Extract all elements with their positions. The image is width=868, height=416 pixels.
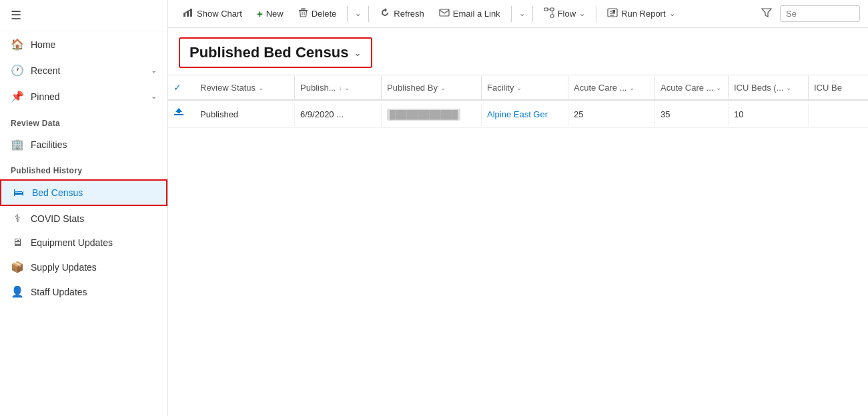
run-report-button[interactable]: Run Report ⌄ bbox=[600, 3, 681, 24]
filter-icon[interactable] bbox=[761, 9, 772, 20]
col-acute1-label: Acute Care ... bbox=[574, 83, 626, 93]
row-review-status: Published bbox=[195, 103, 295, 126]
flow-icon bbox=[544, 7, 554, 20]
col-publish-dropdown[interactable]: ⌄ bbox=[344, 84, 350, 91]
toolbar-chevron-2[interactable]: ⌄ bbox=[516, 5, 528, 22]
row-upload-icon bbox=[173, 107, 184, 121]
equipment-icon: 🖥 bbox=[11, 237, 24, 249]
row-publish-date: 6/9/2020 ... bbox=[295, 103, 382, 126]
sidebar-item-staff-updates[interactable]: 👤 Staff Updates bbox=[0, 279, 167, 304]
col-header-facility[interactable]: Facility ⌄ bbox=[482, 76, 568, 99]
facilities-icon: 🏢 bbox=[11, 138, 24, 151]
svg-rect-8 bbox=[544, 8, 548, 11]
col-publish-sort[interactable]: ↓ bbox=[338, 84, 342, 91]
flow-button[interactable]: Flow ⌄ bbox=[537, 3, 592, 24]
recent-label: Recent bbox=[31, 65, 144, 76]
view-title-box[interactable]: Published Bed Census ⌄ bbox=[179, 37, 372, 68]
header-checkmark: ✓ bbox=[173, 82, 181, 93]
svg-rect-4 bbox=[301, 9, 306, 10]
col-header-icu-beds-1[interactable]: ICU Beds (... ⌄ bbox=[729, 76, 809, 99]
row-icu-beds-2 bbox=[809, 107, 868, 121]
col-publishedby-label: Published By bbox=[387, 83, 438, 93]
filter-area bbox=[755, 3, 779, 25]
delete-label: Delete bbox=[312, 9, 337, 19]
show-chart-label: Show Chart bbox=[197, 9, 242, 19]
separator-4 bbox=[532, 6, 533, 22]
col-publish-label: Publish... bbox=[300, 83, 336, 93]
covid-stats-label: COVID Stats bbox=[31, 213, 84, 224]
col-header-acute-care-2[interactable]: Acute Care ... ⌄ bbox=[655, 76, 729, 99]
table-row[interactable]: Published 6/9/2020 ... ████████████ Alpi… bbox=[168, 101, 868, 128]
supply-label: Supply Updates bbox=[31, 262, 97, 273]
grid-header: ✓ Review Status ⌄ Publish... ↓ ⌄ Publish… bbox=[168, 75, 868, 101]
show-chart-button[interactable]: Show Chart bbox=[176, 3, 249, 24]
svg-rect-18 bbox=[174, 114, 183, 115]
row-published-by: ████████████ bbox=[382, 103, 482, 126]
sidebar-item-equipment-updates[interactable]: 🖥 Equipment Updates bbox=[0, 231, 167, 255]
separator-1 bbox=[347, 6, 348, 22]
sidebar-item-home[interactable]: 🏠 Home bbox=[0, 31, 167, 57]
col-acute1-dropdown[interactable]: ⌄ bbox=[629, 84, 634, 91]
new-icon: + bbox=[257, 8, 263, 19]
run-report-icon bbox=[607, 7, 618, 20]
sidebar: ☰ 🏠 Home 🕐 Recent ⌄ 📌 Pinned ⌄ Review Da… bbox=[0, 0, 168, 416]
separator-3 bbox=[511, 6, 512, 22]
email-link-button[interactable]: Email a Link bbox=[432, 3, 507, 24]
hamburger-icon[interactable]: ☰ bbox=[11, 9, 21, 22]
col-acute2-label: Acute Care ... bbox=[661, 83, 713, 93]
svg-marker-19 bbox=[175, 108, 182, 113]
staff-label: Staff Updates bbox=[31, 287, 87, 297]
equipment-label: Equipment Updates bbox=[31, 237, 113, 248]
sidebar-item-pinned[interactable]: 📌 Pinned ⌄ bbox=[0, 83, 167, 109]
search-input[interactable] bbox=[780, 5, 860, 22]
show-chart-icon bbox=[183, 7, 193, 20]
col-review-dropdown[interactable]: ⌄ bbox=[258, 84, 264, 91]
sidebar-item-facilities[interactable]: 🏢 Facilities bbox=[0, 132, 167, 157]
col-icu1-label: ICU Beds (... bbox=[734, 83, 783, 93]
run-report-label: Run Report bbox=[621, 9, 665, 19]
col-header-acute-care-1[interactable]: Acute Care ... ⌄ bbox=[568, 76, 655, 99]
col-icu2-label: ICU Be bbox=[814, 83, 842, 93]
recent-icon: 🕐 bbox=[11, 64, 24, 77]
svg-rect-7 bbox=[440, 9, 449, 16]
sidebar-item-supply-updates[interactable]: 📦 Supply Updates bbox=[0, 255, 167, 279]
col-acute2-dropdown[interactable]: ⌄ bbox=[716, 84, 721, 91]
view-header: Published Bed Census ⌄ bbox=[168, 28, 868, 75]
new-button[interactable]: + New bbox=[250, 4, 290, 23]
delete-icon bbox=[298, 7, 308, 20]
toolbar: Show Chart + New Delete ⌄ bbox=[168, 0, 868, 28]
col-facility-label: Facility bbox=[487, 83, 514, 93]
sidebar-top: ☰ bbox=[0, 0, 167, 31]
col-facility-dropdown[interactable]: ⌄ bbox=[516, 84, 522, 91]
svg-rect-10 bbox=[550, 15, 554, 17]
staff-icon: 👤 bbox=[11, 285, 24, 298]
pinned-label: Pinned bbox=[31, 91, 144, 102]
refresh-button[interactable]: Refresh bbox=[373, 3, 431, 24]
supply-icon: 📦 bbox=[11, 261, 24, 273]
sidebar-item-recent[interactable]: 🕐 Recent ⌄ bbox=[0, 57, 167, 83]
facilities-label: Facilities bbox=[31, 139, 67, 150]
view-title-chevron: ⌄ bbox=[354, 47, 362, 58]
pinned-chevron: ⌄ bbox=[151, 92, 157, 101]
home-icon: 🏠 bbox=[11, 38, 24, 51]
new-label: New bbox=[266, 9, 284, 19]
col-header-icu-beds-2[interactable]: ICU Be bbox=[809, 76, 868, 99]
row-icu-beds-1: 10 bbox=[729, 103, 809, 126]
sidebar-item-bed-census[interactable]: 🛏 Bed Census bbox=[0, 179, 167, 206]
review-data-section-header: Review Data bbox=[0, 109, 167, 132]
col-icu1-dropdown[interactable]: ⌄ bbox=[786, 84, 791, 91]
toolbar-chevron-1[interactable]: ⌄ bbox=[352, 5, 364, 22]
row-published-by-blurred: ████████████ bbox=[387, 109, 460, 121]
col-header-published-by[interactable]: Published By ⌄ bbox=[382, 76, 482, 99]
svg-rect-17 bbox=[612, 10, 615, 13]
refresh-icon bbox=[380, 7, 390, 20]
svg-rect-2 bbox=[190, 9, 192, 17]
col-header-review-status[interactable]: Review Status ⌄ bbox=[195, 76, 295, 99]
col-header-publish[interactable]: Publish... ↓ ⌄ bbox=[295, 76, 382, 99]
row-facility[interactable]: Alpine East Ger bbox=[482, 103, 568, 126]
sidebar-item-covid-stats[interactable]: ⚕ COVID Stats bbox=[0, 206, 167, 231]
delete-button[interactable]: Delete bbox=[292, 3, 344, 24]
run-report-chevron: ⌄ bbox=[669, 9, 675, 18]
col-publishedby-dropdown[interactable]: ⌄ bbox=[440, 84, 446, 91]
col-review-label: Review Status bbox=[200, 83, 256, 93]
